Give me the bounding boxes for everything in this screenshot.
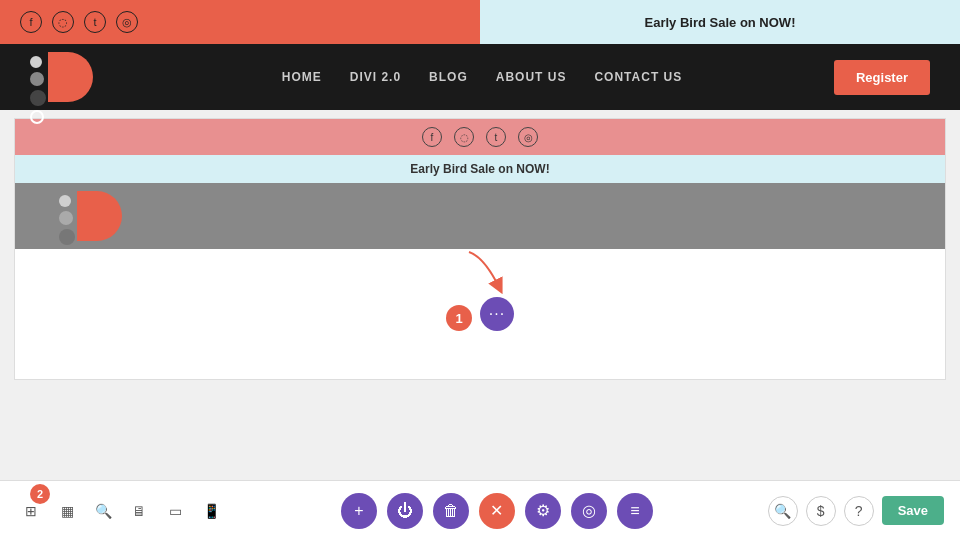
nav-divi[interactable]: DIVI 2.0 <box>350 70 401 84</box>
top-bar-right: Early Bird Sale on NOW! <box>480 0 960 44</box>
add-button[interactable]: + <box>341 493 377 529</box>
top-bar-left: f ◌ t ◎ <box>0 0 480 44</box>
gray-logo-d-shape <box>77 191 122 241</box>
close-button[interactable]: ✕ <box>479 493 515 529</box>
pink-social-bar: f ◌ t ◎ <box>15 119 945 155</box>
logo-circle-1 <box>30 56 42 68</box>
instagram-icon[interactable]: ◌ <box>52 11 74 33</box>
gray-logo <box>59 191 129 241</box>
facebook-icon[interactable]: f <box>20 11 42 33</box>
settings-button[interactable]: ⚙ <box>525 493 561 529</box>
logo-circles <box>30 56 46 124</box>
action-area: 1 ··· <box>446 297 514 331</box>
toolbar-tablet-icon[interactable]: ▭ <box>160 496 190 526</box>
arrow-indicator <box>464 247 524 307</box>
twitter-icon[interactable]: t <box>84 11 106 33</box>
logo-d-shape <box>48 52 93 102</box>
early-bird-text-top: Early Bird Sale on NOW! <box>645 15 796 30</box>
nav-links: HOME DIVI 2.0 BLOG ABOUT US CONTACT US <box>130 70 834 84</box>
delete-button[interactable]: 🗑 <box>433 493 469 529</box>
gray-circle-1 <box>59 195 71 207</box>
nav-contact[interactable]: CONTACT US <box>594 70 682 84</box>
register-button[interactable]: Register <box>834 60 930 95</box>
toolbar-search-icon[interactable]: 🔍 <box>88 496 118 526</box>
toolbar-left-tools: 2 ⊞ ▦ 🔍 🖥 ▭ 📱 <box>16 496 226 526</box>
toolbar-layout-icon[interactable]: ▦ <box>52 496 82 526</box>
pink-whatsapp-icon[interactable]: ◎ <box>518 127 538 147</box>
sliders-button[interactable]: ≡ <box>617 493 653 529</box>
gray-circle-3 <box>59 229 75 245</box>
pink-facebook-icon[interactable]: f <box>422 127 442 147</box>
power-button[interactable]: ⏻ <box>387 493 423 529</box>
whatsapp-icon[interactable]: ◎ <box>116 11 138 33</box>
toolbar-right-actions: 🔍 $ ? Save <box>768 496 944 526</box>
light-blue-banner: Early Bird Sale on NOW! <box>15 155 945 183</box>
target-button[interactable]: ◎ <box>571 493 607 529</box>
bottom-toolbar: 2 ⊞ ▦ 🔍 🖥 ▭ 📱 + ⏻ 🗑 ✕ ⚙ ◎ ≡ 🔍 $ ? Save <box>0 480 960 540</box>
logo-circle-4 <box>30 110 44 124</box>
nav-home[interactable]: HOME <box>282 70 322 84</box>
gray-circle-2 <box>59 211 73 225</box>
toolbar-badge-2: 2 <box>30 484 50 504</box>
dollar-icon[interactable]: $ <box>806 496 836 526</box>
help-icon[interactable]: ? <box>844 496 874 526</box>
toolbar-mobile-icon[interactable]: 📱 <box>196 496 226 526</box>
pink-twitter-icon[interactable]: t <box>486 127 506 147</box>
nav-about[interactable]: ABOUT US <box>496 70 567 84</box>
pink-instagram-icon[interactable]: ◌ <box>454 127 474 147</box>
toolbar-desktop-icon[interactable]: 🖥 <box>124 496 154 526</box>
early-bird-text-preview: Early Bird Sale on NOW! <box>410 162 549 176</box>
save-button[interactable]: Save <box>882 496 944 525</box>
search-right-icon[interactable]: 🔍 <box>768 496 798 526</box>
gray-logo-bar <box>15 183 945 249</box>
toolbar-center-actions: + ⏻ 🗑 ✕ ⚙ ◎ ≡ <box>226 493 768 529</box>
white-content-area: 1 ··· <box>15 249 945 379</box>
step-badge-1: 1 <box>446 305 472 331</box>
logo-circle-3 <box>30 90 46 106</box>
nav-blog[interactable]: BLOG <box>429 70 468 84</box>
preview-area: f ◌ t ◎ Early Bird Sale on NOW! <box>14 118 946 380</box>
logo-circle-2 <box>30 72 44 86</box>
logo <box>30 52 100 102</box>
nav-bar: HOME DIVI 2.0 BLOG ABOUT US CONTACT US R… <box>0 44 960 110</box>
top-bar: f ◌ t ◎ Early Bird Sale on NOW! <box>0 0 960 44</box>
